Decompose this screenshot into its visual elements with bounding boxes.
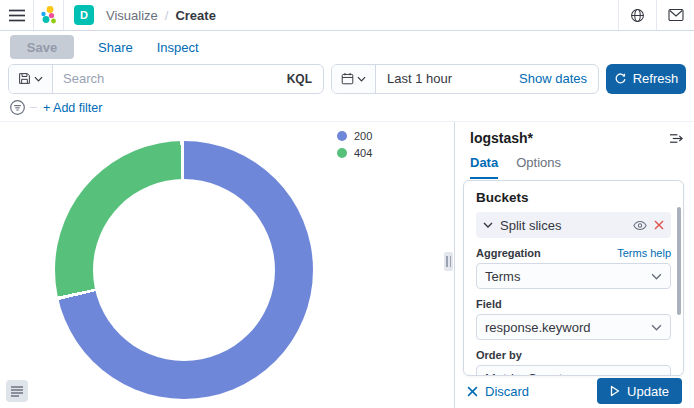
field-label-row: Field: [476, 298, 671, 310]
play-icon: [610, 385, 620, 397]
save-button[interactable]: Save: [10, 35, 74, 59]
chevron-down-icon: [651, 273, 662, 280]
legend-dot: [337, 131, 347, 141]
saved-query-menu-button[interactable]: [9, 65, 53, 93]
field-label: Field: [476, 298, 502, 310]
aggregation-value: Terms: [485, 269, 651, 284]
visualization-area: 200 404: [0, 122, 454, 408]
save-query-icon: [18, 72, 31, 85]
donut-hole: [93, 179, 275, 361]
breadcrumb: Visualize / Create: [106, 8, 216, 23]
filter-menu-button[interactable]: [9, 99, 26, 116]
legend-dot: [337, 148, 347, 158]
search-input[interactable]: [53, 65, 276, 93]
order-by-label: Order by: [476, 349, 522, 361]
field-select[interactable]: response.keyword: [476, 314, 671, 340]
panel-tabs: Data Options: [470, 155, 561, 179]
split-slices-accordion[interactable]: Split slices: [476, 212, 671, 238]
remove-bucket-button[interactable]: [654, 220, 664, 230]
date-quick-select-button[interactable]: [332, 65, 376, 93]
aggregation-label: Aggregation: [476, 247, 541, 259]
order-by-label-row: Order by: [476, 349, 671, 361]
legend-toggle-button[interactable]: [6, 380, 28, 402]
globe-icon: [630, 8, 645, 23]
breadcrumb-separator: /: [165, 8, 169, 23]
legend-item[interactable]: 404: [337, 147, 372, 159]
hamburger-icon: [9, 9, 25, 22]
x-icon: [654, 220, 664, 230]
panel-header: logstash*: [470, 130, 684, 146]
app-header: D Visualize / Create: [0, 0, 694, 31]
filter-divider: [30, 107, 37, 108]
kibana-visualize-app: D Visualize / Create Save Share Inspect: [0, 0, 694, 408]
refresh-icon: [614, 72, 627, 85]
aggregation-select[interactable]: Terms: [476, 263, 671, 289]
tab-options[interactable]: Options: [516, 155, 561, 179]
legend-label: 200: [354, 130, 372, 142]
buckets-card: Buckets Split slices Aggreg: [463, 180, 684, 376]
refresh-button[interactable]: Refresh: [606, 64, 686, 94]
elastic-logo-icon: [39, 5, 59, 25]
donut-chart[interactable]: [55, 141, 313, 399]
filter-bar: + Add filter: [0, 94, 694, 122]
inspect-button[interactable]: Inspect: [157, 40, 199, 55]
discard-label: Discard: [485, 384, 529, 399]
chevron-down-icon: [34, 76, 43, 82]
update-button[interactable]: Update: [597, 378, 682, 404]
query-row: KQL Last 1 hour Show dates Refresh: [0, 63, 694, 94]
terms-help-link[interactable]: Terms help: [617, 247, 671, 259]
query-language-button[interactable]: KQL: [276, 72, 323, 86]
share-button[interactable]: Share: [98, 40, 133, 55]
collapse-panel-button[interactable]: [669, 132, 684, 145]
breadcrumb-create: Create: [175, 8, 215, 23]
field-value: response.keyword: [485, 320, 651, 335]
refresh-label: Refresh: [633, 71, 679, 86]
date-picker: Last 1 hour Show dates: [331, 64, 599, 94]
calendar-icon: [341, 72, 354, 85]
time-range-value[interactable]: Last 1 hour: [376, 71, 452, 86]
header-right-actions: [618, 0, 694, 30]
legend-item[interactable]: 200: [337, 130, 372, 142]
tab-data[interactable]: Data: [470, 155, 498, 179]
split-slices-label: Split slices: [500, 218, 626, 233]
index-pattern-title: logstash*: [470, 130, 533, 146]
chevron-down-icon: [357, 76, 366, 82]
filter-icon: [9, 99, 26, 116]
collapse-right-icon: [669, 132, 684, 145]
buckets-title: Buckets: [476, 190, 671, 205]
action-toolbar: Save Share Inspect: [0, 31, 694, 63]
card-scrollbar[interactable]: [677, 207, 681, 315]
add-filter-button[interactable]: + Add filter: [43, 101, 102, 115]
chart-legend: 200 404: [337, 130, 372, 159]
aggregation-label-row: Aggregation Terms help: [476, 247, 671, 259]
query-bar: KQL: [8, 64, 324, 94]
chevron-down-icon: [483, 222, 493, 228]
toggle-visibility-button[interactable]: [633, 220, 647, 231]
x-icon: [467, 386, 478, 397]
breadcrumb-visualize[interactable]: Visualize: [106, 8, 158, 23]
elastic-logo[interactable]: [34, 0, 64, 30]
legend-label: 404: [354, 147, 372, 159]
space-badge[interactable]: D: [74, 5, 94, 25]
list-icon: [11, 386, 23, 397]
chevron-down-icon: [651, 324, 662, 331]
help-button[interactable]: [618, 0, 656, 30]
discard-button[interactable]: Discard: [467, 384, 529, 399]
show-dates-button[interactable]: Show dates: [519, 71, 598, 86]
eye-icon: [633, 220, 647, 231]
panel-resize-handle[interactable]: [444, 252, 453, 271]
newsfeed-button[interactable]: [656, 0, 694, 30]
update-label: Update: [627, 384, 669, 399]
editor-panel: logstash* Data Options Buckets Split sli…: [455, 122, 694, 408]
envelope-icon: [668, 8, 684, 22]
panel-footer: Discard Update: [455, 374, 694, 408]
menu-button[interactable]: [0, 0, 34, 30]
